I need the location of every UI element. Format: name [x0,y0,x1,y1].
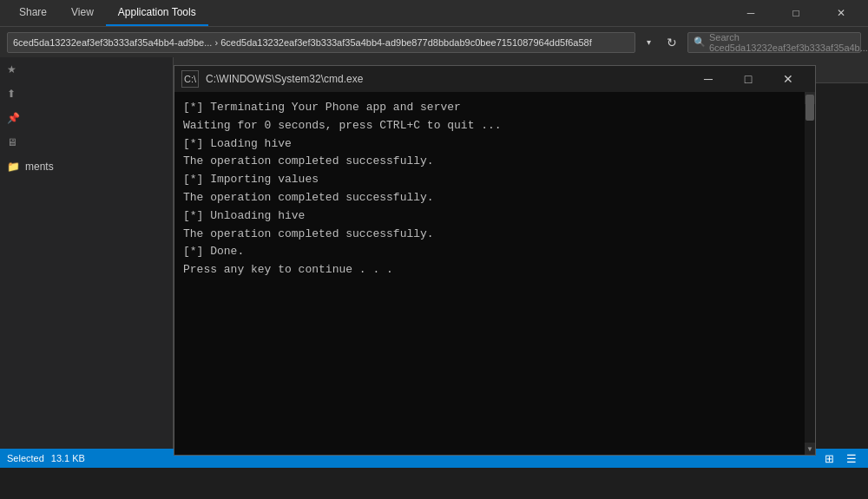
cmd-line: [*] Done. [183,243,796,261]
sidebar-item-label: ments [25,161,54,173]
tab-application-tools[interactable]: Application Tools [106,0,208,26]
status-selected-text: Selected [7,453,44,463]
status-size-text: 13.1 KB [51,453,85,463]
cmd-close-button[interactable]: ✕ [768,66,808,92]
pin-icon: 📌 [7,112,20,124]
cmd-minimize-button[interactable]: ─ [688,66,728,92]
sidebar-item-documents[interactable]: 📁 ments [0,154,173,179]
window-minimize-button[interactable]: ─ [731,0,771,26]
cmd-line: Press any key to continue . . . [183,261,796,279]
up-icon: ⬆ [7,88,16,100]
cmd-line: The operation completed successfully. [183,226,796,244]
cmd-line: The operation completed successfully. [183,153,796,171]
cmd-scrollbar[interactable]: ▲ ▼ [805,92,815,455]
cmd-content[interactable]: [*] Terminating Your Phone app and serve… [174,92,805,455]
star-icon: ★ [7,63,16,76]
cmd-line: [*] Importing values [183,171,796,189]
sidebar: ★ ⬆ 📌 🖥 📁 ments [0,57,174,449]
cmd-body: [*] Terminating Your Phone app and serve… [174,92,815,455]
scrollbar-arrow-down[interactable]: ▼ [805,443,815,455]
grid-view-icon[interactable]: ⊞ [819,449,838,468]
search-icon: 🔍 [694,36,706,48]
address-path: 6ced5da13232eaf3ef3b333af35a4bb4-ad9be..… [13,37,592,48]
cmd-title-text: C:\WINDOWS\System32\cmd.exe [206,73,688,85]
sidebar-item-computer[interactable]: 🖥 [0,130,173,154]
address-chevron-button[interactable]: ▾ [641,32,656,53]
address-bar: 6ced5da13232eaf3ef3b333af35a4bb4-ad9be..… [0,26,868,57]
sidebar-item-pin[interactable]: 📌 [0,106,173,130]
cmd-line: [*] Loading hive [183,135,796,154]
status-right: ⊞ ☰ [819,449,861,468]
cmd-title-icon: C:\ [181,70,199,88]
tab-share[interactable]: Share [7,0,59,26]
cmd-window: C:\ C:\WINDOWS\System32\cmd.exe ─ □ ✕ [*… [174,65,816,456]
cmd-controls: ─ □ ✕ [688,66,808,92]
search-box[interactable]: 🔍 Search 6ced5da13232eaf3ef3b333af35a4b.… [687,32,861,53]
title-bar: Share View Application Tools ─ □ ✕ [0,0,868,26]
window-close-button[interactable]: ✕ [821,0,861,26]
cmd-line: Waiting for 0 seconds, press CTRL+C to q… [183,117,796,135]
list-view-icon[interactable]: ☰ [842,449,861,468]
search-placeholder: Search 6ced5da13232eaf3ef3b333af35a4b... [709,32,868,53]
cmd-line: [*] Terminating Your Phone app and serve… [183,99,796,117]
computer-icon: 🖥 [7,136,17,148]
title-bar-tabs: Share View Application Tools [7,0,208,26]
cmd-line: [*] Unloading hive [183,207,796,226]
window-maximize-button[interactable]: □ [776,0,816,26]
refresh-button[interactable]: ↻ [661,32,682,53]
folder-icon: 📁 [7,161,20,173]
scrollbar-thumb[interactable] [806,95,814,121]
sidebar-item-up[interactable]: ⬆ [0,82,173,106]
sidebar-item-favorites[interactable]: ★ [0,57,173,82]
cmd-line: The operation completed successfully. [183,189,796,207]
address-box[interactable]: 6ced5da13232eaf3ef3b333af35a4bb4-ad9be..… [7,32,635,53]
tab-view[interactable]: View [59,0,106,26]
cmd-maximize-button[interactable]: □ [728,66,768,92]
cmd-titlebar[interactable]: C:\ C:\WINDOWS\System32\cmd.exe ─ □ ✕ [174,66,815,92]
